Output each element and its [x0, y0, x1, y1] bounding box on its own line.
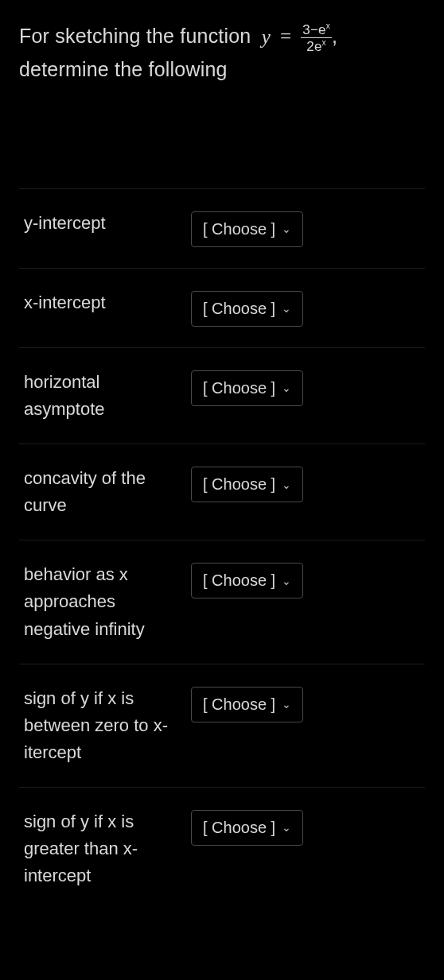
select-wrap: [ Choose ] ⌄	[191, 370, 303, 406]
select-placeholder: [ Choose ]	[203, 819, 275, 837]
num-exp: x	[326, 21, 330, 30]
row-horizontal-asymptote: horizontal asymptote [ Choose ] ⌄	[19, 347, 425, 444]
row-x-intercept: x-intercept [ Choose ] ⌄	[19, 268, 425, 347]
select-sign-greater[interactable]: [ Choose ] ⌄	[191, 810, 303, 846]
prompt-text-pre: For sketching the function	[19, 25, 257, 47]
label-behavior-neg-inf: behavior as x approaches negative infini…	[24, 561, 191, 642]
chevron-down-icon: ⌄	[282, 479, 291, 490]
fraction: 3−ex 2ex	[301, 21, 332, 55]
variable-y: y	[262, 22, 271, 53]
question-rows: y-intercept [ Choose ] ⌄ x-intercept [ C…	[19, 188, 425, 910]
prompt-text-line2: determine the following	[19, 58, 228, 80]
row-sign-greater: sign of y if x is greater than x-interce…	[19, 787, 425, 910]
row-y-intercept: y-intercept [ Choose ] ⌄	[19, 188, 425, 268]
label-concavity: concavity of the curve	[24, 465, 191, 519]
select-placeholder: [ Choose ]	[203, 220, 275, 238]
num-e: e	[318, 21, 326, 37]
select-wrap: [ Choose ] ⌄	[191, 563, 303, 598]
trailing-comma: ,	[332, 25, 337, 47]
select-wrap: [ Choose ] ⌄	[191, 810, 303, 846]
select-y-intercept[interactable]: [ Choose ] ⌄	[191, 211, 303, 247]
select-placeholder: [ Choose ]	[203, 571, 275, 590]
label-y-intercept: y-intercept	[24, 210, 191, 237]
label-x-intercept: x-intercept	[24, 289, 191, 316]
chevron-down-icon: ⌄	[282, 223, 291, 234]
label-sign-between: sign of y if x is between zero to x-iter…	[24, 685, 191, 766]
label-horizontal-asymptote: horizontal asymptote	[24, 369, 191, 423]
select-wrap: [ Choose ] ⌄	[191, 687, 303, 722]
den-2: 2	[306, 39, 314, 54]
select-placeholder: [ Choose ]	[203, 475, 275, 494]
select-placeholder: [ Choose ]	[203, 300, 275, 318]
select-placeholder: [ Choose ]	[203, 695, 275, 714]
row-concavity: concavity of the curve [ Choose ] ⌄	[19, 444, 425, 540]
equals-sign: =	[280, 25, 291, 47]
chevron-down-icon: ⌄	[282, 382, 291, 393]
chevron-down-icon: ⌄	[282, 303, 291, 314]
select-wrap: [ Choose ] ⌄	[191, 211, 303, 247]
row-behavior-neg-inf: behavior as x approaches negative infini…	[19, 540, 425, 663]
question-prompt: For sketching the function y= 3−ex 2ex ,…	[19, 21, 425, 85]
question-page: For sketching the function y= 3−ex 2ex ,…	[0, 0, 444, 910]
select-behavior-neg-inf[interactable]: [ Choose ] ⌄	[191, 563, 303, 598]
chevron-down-icon: ⌄	[282, 699, 291, 710]
row-sign-between: sign of y if x is between zero to x-iter…	[19, 664, 425, 787]
fraction-numerator: 3−ex	[301, 21, 332, 38]
select-sign-between[interactable]: [ Choose ] ⌄	[191, 687, 303, 722]
fraction-denominator: 2ex	[305, 38, 328, 54]
num-3-minus: 3−	[302, 21, 318, 37]
den-exp: x	[322, 38, 326, 47]
select-placeholder: [ Choose ]	[203, 379, 275, 397]
chevron-down-icon: ⌄	[282, 822, 291, 833]
select-wrap: [ Choose ] ⌄	[191, 291, 303, 327]
label-sign-greater: sign of y if x is greater than x-interce…	[24, 808, 191, 889]
select-x-intercept[interactable]: [ Choose ] ⌄	[191, 291, 303, 327]
select-horizontal-asymptote[interactable]: [ Choose ] ⌄	[191, 370, 303, 406]
den-e: e	[314, 39, 322, 54]
select-wrap: [ Choose ] ⌄	[191, 467, 303, 502]
chevron-down-icon: ⌄	[282, 575, 291, 587]
select-concavity[interactable]: [ Choose ] ⌄	[191, 467, 303, 502]
